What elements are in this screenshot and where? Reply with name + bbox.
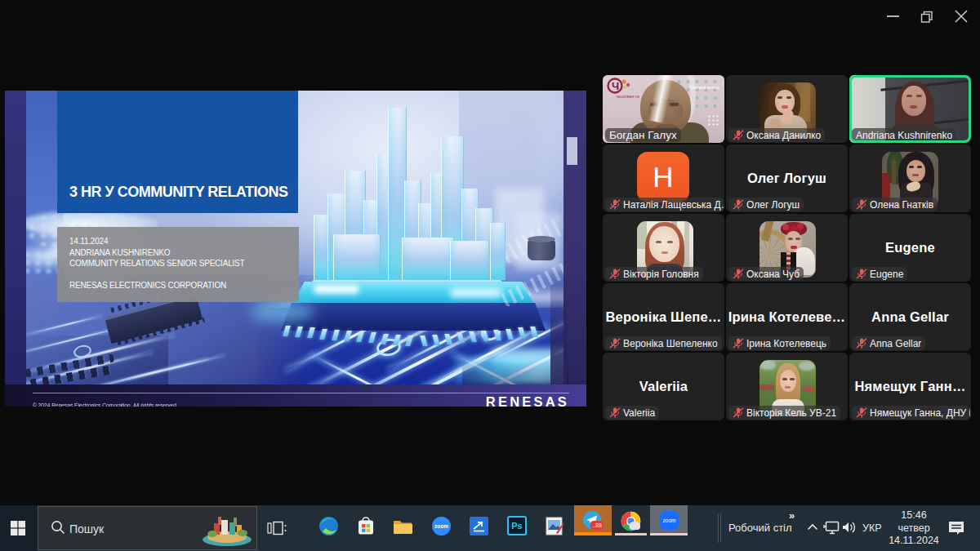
svg-text:чашивая пк: чашивая пк: [616, 94, 640, 99]
svg-text:Ч: Ч: [612, 80, 619, 92]
